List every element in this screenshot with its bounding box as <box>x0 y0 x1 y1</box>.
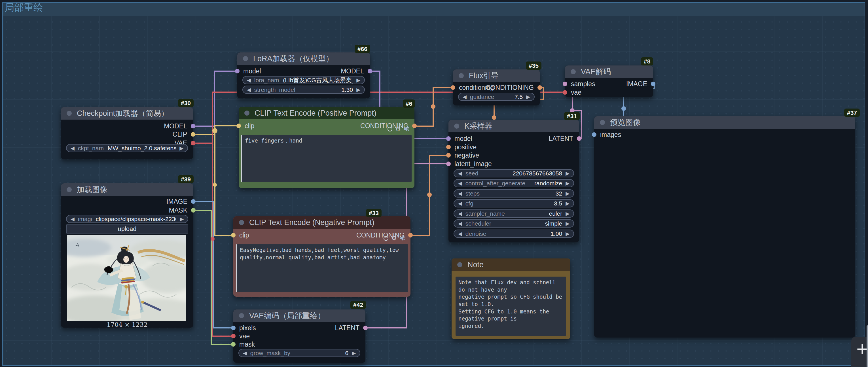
cfg-widget[interactable]: ◀cfg3.5▶ <box>454 199 574 208</box>
model-port-icon[interactable] <box>446 136 451 141</box>
node-clip-text-encode-negative[interactable]: CLIP Text Encode (Negative Prompt) clip … <box>233 216 410 297</box>
node-header[interactable]: 预览图像 <box>594 116 855 129</box>
node-preview-image[interactable]: 预览图像 images <box>594 116 855 338</box>
prev-arrow-icon[interactable]: ◀ <box>243 350 247 356</box>
next-arrow-icon[interactable]: ▶ <box>565 231 569 237</box>
zoom-in-icon[interactable]: + <box>857 337 868 361</box>
input-negative[interactable]: negative <box>446 151 479 159</box>
prev-arrow-icon[interactable]: ◀ <box>458 201 462 207</box>
strength-model-widget[interactable]: ◀ strength_model 1.30 ▶ <box>242 86 365 94</box>
input-images[interactable]: images <box>592 130 621 139</box>
collapse-dot-icon[interactable] <box>244 111 249 116</box>
prev-arrow-icon[interactable]: ◀ <box>70 216 74 222</box>
circle-icon[interactable] <box>388 127 392 131</box>
prev-arrow-icon[interactable]: ◀ <box>247 77 251 83</box>
collapse-dot-icon[interactable] <box>243 56 248 61</box>
mask-port-icon[interactable] <box>191 208 195 213</box>
guidance-widget[interactable]: ◀ guidance 7.5 ▶ <box>458 93 535 101</box>
prompt-textarea[interactable]: five fingers，hand <box>241 135 412 182</box>
speaker-icon[interactable] <box>404 126 410 132</box>
collapse-dot-icon[interactable] <box>67 111 72 116</box>
node-checkpoint-loader[interactable]: Checkpoint加载器（简易） MODEL CLIP VAE ◀ ckpt_… <box>61 107 193 159</box>
prompt-textarea[interactable]: EasyNegative,bad hands,bad feet,worst qu… <box>236 244 408 292</box>
collapse-dot-icon[interactable] <box>239 220 244 225</box>
output-model[interactable]: MODEL <box>164 122 195 130</box>
latent-port-icon[interactable] <box>577 136 581 141</box>
canvas-controls-panel[interactable]: + <box>851 337 868 367</box>
prev-arrow-icon[interactable]: ◀ <box>458 180 462 186</box>
clip-port-icon[interactable] <box>191 132 195 136</box>
latent-port-icon[interactable] <box>446 161 451 166</box>
next-arrow-icon[interactable]: ▶ <box>565 220 569 227</box>
seed-widget[interactable]: ◀seed220678567663058▶ <box>454 169 574 177</box>
prev-arrow-icon[interactable]: ◀ <box>247 87 251 93</box>
output-image[interactable]: IMAGE <box>626 80 655 88</box>
input-vae[interactable]: vae <box>231 332 250 340</box>
lora-name-widget[interactable]: ◀ lora_name (LIb首发)CG古风大场景类_v... ▶ <box>242 76 365 84</box>
conditioning-port-icon[interactable] <box>451 85 455 90</box>
speaker-icon[interactable] <box>400 236 406 241</box>
node-ksampler[interactable]: K采样器 model positive negative latent_imag… <box>448 120 579 242</box>
output-image[interactable]: IMAGE <box>166 197 195 206</box>
input-positive[interactable]: positive <box>446 143 476 151</box>
collapse-dot-icon[interactable] <box>570 69 576 74</box>
scheduler-widget[interactable]: ◀schedulersimple▶ <box>454 219 574 227</box>
node-header[interactable]: 加载图像 <box>61 183 193 196</box>
output-model[interactable]: MODEL <box>341 67 372 75</box>
prev-arrow-icon[interactable]: ◀ <box>70 145 74 151</box>
collapse-dot-icon[interactable] <box>239 313 244 318</box>
conditioning-port-icon[interactable] <box>412 124 417 128</box>
node-header[interactable]: Checkpoint加载器（简易） <box>61 107 193 120</box>
right-edge-scrollbar[interactable] <box>867 325 868 367</box>
latent-port-icon[interactable] <box>363 326 368 330</box>
next-arrow-icon[interactable]: ▶ <box>180 145 183 151</box>
model-port-icon[interactable] <box>368 69 372 73</box>
denoise-widget[interactable]: ◀denoise1.00▶ <box>454 230 574 238</box>
node-header[interactable]: VAE解码 <box>565 65 653 78</box>
prev-arrow-icon[interactable]: ◀ <box>463 94 467 100</box>
collapse-dot-icon[interactable] <box>600 120 605 125</box>
gear-icon[interactable]: ⚙ <box>395 126 401 132</box>
input-pixels[interactable]: pixels <box>231 324 256 332</box>
next-arrow-icon[interactable]: ▶ <box>352 350 356 356</box>
input-model[interactable]: model <box>446 134 472 143</box>
node-flux-guidance[interactable]: Flux引导 conditioning CONDITIONING ◀ guida… <box>453 69 540 105</box>
input-model[interactable]: model <box>235 67 261 75</box>
node-vae-decode[interactable]: VAE解码 samples vae IMAGE <box>565 65 653 97</box>
next-arrow-icon[interactable]: ▶ <box>565 170 569 177</box>
conditioning-port-icon[interactable] <box>537 85 542 90</box>
prev-arrow-icon[interactable]: ◀ <box>458 231 462 237</box>
grow-mask-by-widget[interactable]: ◀ grow_mask_by 6 ▶ <box>239 349 360 357</box>
prev-arrow-icon[interactable]: ◀ <box>458 190 462 197</box>
image-port-icon[interactable] <box>231 326 236 330</box>
image-file-widget[interactable]: ◀ image clipspace/clipspace-mask-223056.… <box>66 215 188 223</box>
next-arrow-icon[interactable]: ▶ <box>565 201 569 207</box>
output-mask[interactable]: MASK <box>169 206 195 215</box>
output-conditioning[interactable]: CONDITIONING <box>486 83 542 92</box>
next-arrow-icon[interactable]: ▶ <box>526 94 530 100</box>
next-arrow-icon[interactable]: ▶ <box>565 211 569 217</box>
vae-port-icon[interactable] <box>563 90 567 95</box>
node-header[interactable]: K采样器 <box>448 120 579 132</box>
collapse-dot-icon[interactable] <box>454 124 459 129</box>
gear-icon[interactable]: ⚙ <box>391 236 397 241</box>
collapse-dot-icon[interactable] <box>459 73 464 78</box>
node-note[interactable]: Note Note that Flux dev and schnell do n… <box>452 258 570 339</box>
conditioning-port-icon[interactable] <box>408 233 413 238</box>
node-header[interactable]: CLIP Text Encode (Negative Prompt) <box>233 216 410 229</box>
prev-arrow-icon[interactable]: ◀ <box>458 170 462 177</box>
node-header[interactable]: CLIP Text Encode (Positive Prompt) <box>239 107 414 119</box>
next-arrow-icon[interactable]: ▶ <box>356 77 360 83</box>
next-arrow-icon[interactable]: ▶ <box>180 216 184 222</box>
vae-port-icon[interactable] <box>191 141 195 145</box>
output-clip[interactable]: CLIP <box>173 130 195 139</box>
node-header[interactable]: LoRA加载器（仅模型） <box>237 53 370 65</box>
upload-button[interactable]: upload <box>66 224 188 234</box>
clip-port-icon[interactable] <box>231 233 236 238</box>
input-samples[interactable]: samples <box>563 80 595 88</box>
node-load-image[interactable]: 加载图像 IMAGE MASK ◀ image clipspace/clipsp… <box>61 183 193 328</box>
model-port-icon[interactable] <box>191 124 195 128</box>
note-textarea[interactable]: Note that Flux dev and schnell do not ha… <box>456 277 566 336</box>
input-clip[interactable]: clip <box>237 122 254 130</box>
model-port-icon[interactable] <box>235 69 240 73</box>
